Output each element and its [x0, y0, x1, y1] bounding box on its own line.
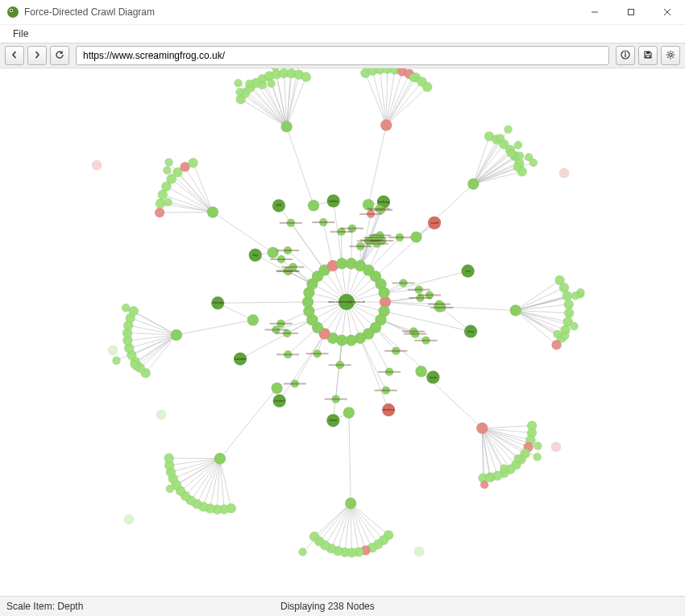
svg-rect-266	[384, 350, 407, 352]
graph-node[interactable]	[281, 121, 293, 132]
graph-node[interactable]	[272, 199, 285, 212]
graph-node[interactable]	[496, 134, 504, 142]
graph-node[interactable]	[554, 330, 562, 338]
force-directed-graph[interactable]: www.screamingfrog.co.ukseoblogtoolsservi…	[0, 68, 685, 594]
graph-node[interactable]	[211, 296, 224, 309]
graph-node[interactable]	[272, 382, 283, 394]
minimize-button[interactable]	[576, 0, 612, 24]
info-button[interactable]	[616, 46, 635, 65]
forward-button[interactable]	[27, 46, 47, 65]
graph-node[interactable]	[382, 403, 395, 416]
graph-node[interactable]	[552, 340, 562, 349]
graph-node[interactable]	[467, 178, 479, 189]
graph-node[interactable]	[510, 304, 521, 316]
graph-node[interactable]	[476, 423, 488, 434]
graph-node[interactable]	[559, 168, 569, 178]
graph-node[interactable]	[301, 72, 311, 81]
graph-node[interactable]	[428, 217, 441, 229]
svg-rect-4	[628, 10, 633, 15]
graph-node[interactable]	[533, 453, 542, 461]
graph-node[interactable]	[529, 159, 538, 167]
graph-node[interactable]	[299, 548, 307, 556]
graph-node[interactable]	[164, 198, 172, 206]
graph-node[interactable]	[236, 88, 244, 96]
back-button[interactable]	[5, 46, 24, 65]
graph-node[interactable]	[411, 231, 422, 242]
save-button[interactable]	[638, 46, 658, 65]
graph-node[interactable]	[246, 80, 254, 88]
graph-node[interactable]	[268, 247, 279, 258]
menu-file[interactable]: File	[8, 27, 33, 41]
graph-node[interactable]	[345, 498, 356, 509]
graph-node[interactable]	[500, 465, 508, 473]
graph-node[interactable]	[156, 199, 165, 209]
graph-node[interactable]	[416, 366, 427, 377]
graph-node[interactable]	[249, 249, 262, 262]
graph-node[interactable]	[422, 82, 432, 92]
graph-node[interactable]	[326, 414, 339, 427]
close-button[interactable]	[649, 0, 685, 24]
graph-node[interactable]	[533, 442, 542, 450]
graph-node[interactable]	[513, 454, 521, 462]
graph-node[interactable]	[92, 160, 102, 170]
graph-node[interactable]	[273, 395, 286, 407]
graph-node[interactable]	[513, 163, 521, 172]
graph-node[interactable]	[516, 151, 524, 159]
graph-node[interactable]	[514, 141, 522, 149]
graph-node[interactable]	[130, 361, 138, 369]
graph-node[interactable]	[480, 481, 488, 489]
graph-node[interactable]	[156, 410, 166, 420]
graph-node[interactable]	[166, 485, 174, 493]
graph-node[interactable]	[214, 453, 226, 465]
settings-button[interactable]	[661, 46, 680, 65]
graph-node[interactable]	[171, 329, 182, 341]
graph-node[interactable]	[504, 126, 513, 134]
graph-node[interactable]	[343, 407, 355, 418]
graph-node[interactable]	[163, 166, 171, 174]
url-input[interactable]	[76, 46, 609, 65]
graph-node[interactable]	[563, 291, 572, 300]
graph-node[interactable]	[268, 80, 276, 88]
graph-node[interactable]	[564, 308, 574, 318]
graph-node[interactable]	[464, 325, 477, 338]
maximize-button[interactable]	[612, 0, 649, 24]
graph-node[interactable]	[308, 200, 319, 211]
svg-rect-265	[280, 222, 302, 224]
graph-node[interactable]	[486, 473, 494, 482]
graph-node[interactable]	[380, 119, 392, 130]
graph-node[interactable]	[570, 322, 578, 330]
graph-node[interactable]	[129, 306, 139, 316]
graph-node[interactable]	[564, 300, 574, 309]
graph-node[interactable]	[551, 442, 561, 452]
graph-node[interactable]	[164, 453, 174, 463]
graph-node[interactable]	[124, 515, 134, 524]
graph-node[interactable]	[338, 294, 355, 310]
graph-node[interactable]	[409, 73, 417, 81]
graph-node[interactable]	[571, 291, 579, 300]
diagram-canvas[interactable]: www.screamingfrog.co.ukseoblogtoolsservi…	[0, 68, 685, 594]
graph-node[interactable]	[234, 353, 247, 366]
graph-node[interactable]	[327, 195, 340, 208]
refresh-button[interactable]	[50, 46, 69, 65]
graph-node[interactable]	[247, 315, 259, 326]
graph-node[interactable]	[207, 206, 218, 217]
graph-node[interactable]	[462, 265, 475, 278]
graph-node[interactable]	[426, 371, 439, 384]
graph-node[interactable]	[507, 150, 515, 158]
graph-node[interactable]	[309, 531, 319, 541]
graph-node[interactable]	[164, 159, 172, 167]
graph-node[interactable]	[112, 357, 120, 365]
graph-node[interactable]	[414, 547, 424, 556]
svg-line-212	[136, 335, 176, 366]
graph-node[interactable]	[235, 79, 243, 87]
svg-line-78	[386, 69, 387, 126]
graph-node[interactable]	[259, 81, 267, 89]
graph-node[interactable]	[122, 304, 130, 312]
graph-node[interactable]	[379, 287, 390, 299]
svg-rect-278	[265, 329, 288, 331]
graph-node[interactable]	[561, 332, 569, 340]
graph-node[interactable]	[108, 345, 118, 355]
graph-node[interactable]	[155, 208, 164, 217]
svg-line-17	[667, 52, 668, 52]
graph-node[interactable]	[189, 158, 198, 167]
